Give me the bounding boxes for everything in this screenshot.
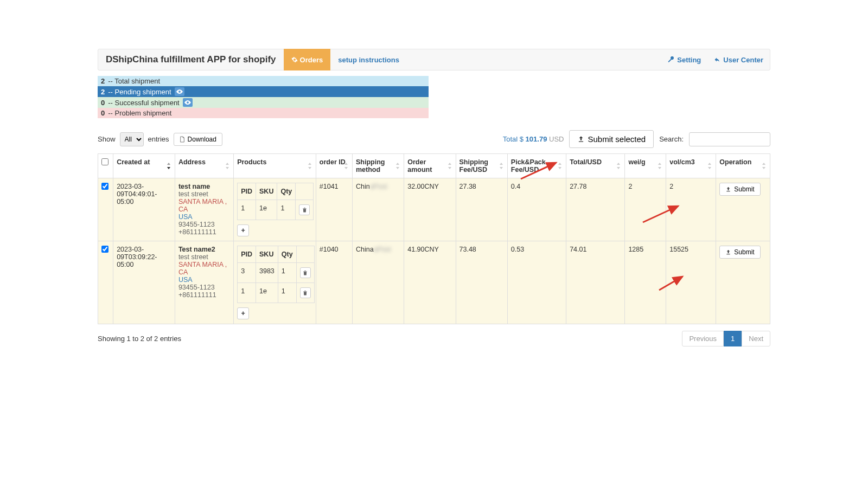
row-checkbox[interactable] [101, 183, 108, 190]
submit-row-button[interactable]: Submit [719, 246, 760, 259]
sort-icon [343, 163, 349, 169]
add-product-button[interactable]: + [237, 307, 249, 319]
cell-wei-g: 1285 [625, 241, 666, 324]
status-pending[interactable]: 2 -- Pending shipment [98, 86, 429, 97]
tab-setup[interactable]: setup instructions [330, 49, 407, 70]
download-button[interactable]: Download [174, 133, 222, 146]
select-all-checkbox[interactable] [101, 158, 108, 165]
page-prev[interactable]: Previous [682, 331, 724, 346]
cell-order-id: #1040 [316, 241, 352, 324]
entries-label: entries [148, 135, 169, 143]
col-order-id[interactable]: order ID [316, 154, 352, 178]
show-label: Show [98, 135, 116, 143]
cell-products: PIDSKUQty33983111e1+ [234, 241, 316, 324]
search-input[interactable] [689, 132, 770, 146]
status-problem: 0 -- Problem shipment [98, 108, 429, 118]
status-success[interactable]: 0 -- Successful shipment [98, 97, 429, 108]
cell-shipping-fee: 73.48 [456, 241, 507, 324]
add-product-button[interactable]: + [237, 224, 249, 236]
cell-vol-cm3: 2 [666, 178, 716, 241]
page-next[interactable]: Next [742, 331, 770, 346]
delete-product-button[interactable] [299, 204, 310, 215]
cell-address: Test name2test streetSANTA MARIA , CAUSA… [175, 241, 233, 324]
sort-icon [557, 163, 563, 169]
search-label: Search: [659, 135, 684, 143]
cell-vol-cm3: 15525 [666, 241, 716, 324]
tab-setup-label: setup instructions [338, 56, 399, 64]
pagination: Previous 1 Next [682, 331, 770, 346]
table-header-row: Created at Address Products order ID Shi… [98, 154, 770, 178]
reply-icon [714, 56, 720, 63]
tab-orders-label: Orders [300, 56, 323, 64]
link-user-center[interactable]: User Center [707, 56, 770, 64]
col-operation[interactable]: Operation [716, 154, 770, 178]
table-row: 2023-03-09T04:49:01-05:00test nametest s… [98, 178, 770, 241]
col-wei-g[interactable]: wei/g [625, 154, 666, 178]
cell-address: test nametest streetSANTA MARIA , CAUSA9… [175, 178, 233, 241]
sort-icon [499, 163, 504, 169]
cell-created-at: 2023-03-09T03:09:22-05:00 [113, 241, 175, 324]
cell-created-at: 2023-03-09T04:49:01-05:00 [113, 178, 175, 241]
product-row: 339831 [238, 263, 315, 283]
showing-info: Showing 1 to 2 of 2 entries [98, 335, 181, 343]
col-order-amount[interactable]: Order amount [404, 154, 456, 178]
col-shipping-fee[interactable]: Shipping Fee/USD [456, 154, 507, 178]
page-1[interactable]: 1 [724, 331, 742, 346]
cell-order-id: #1041 [316, 178, 352, 241]
gear-icon [291, 56, 298, 63]
col-address[interactable]: Address [175, 154, 233, 178]
toolbar: Show All entries Download Total $ 101.79… [98, 130, 770, 148]
sort-icon [707, 163, 712, 169]
topbar: DShipChina fulfillment APP for shopify O… [98, 49, 770, 70]
cell-total-usd: 27.78 [566, 178, 625, 241]
show-select[interactable]: All [120, 132, 144, 146]
table-footer: Showing 1 to 2 of 2 entries Previous 1 N… [98, 331, 770, 346]
product-row: 11e1 [238, 283, 315, 303]
cell-operation: Submit [716, 178, 770, 241]
submit-selected-button[interactable]: Submit selected [569, 130, 654, 148]
cell-pickpack-fee: 0.4 [507, 178, 566, 241]
sort-icon [657, 163, 662, 169]
sort-icon [447, 163, 452, 169]
col-products[interactable]: Products [234, 154, 316, 178]
upload-icon [577, 136, 585, 143]
table-row: 2023-03-09T03:09:22-05:00Test name2test … [98, 241, 770, 324]
row-checkbox[interactable] [101, 246, 108, 253]
cell-shipping-method: ChinaaPost [352, 241, 404, 324]
cell-order-amount: 41.90CNY [404, 241, 456, 324]
product-row: 11e1 [238, 200, 314, 220]
sort-icon [166, 163, 171, 169]
submit-row-button[interactable]: Submit [719, 183, 760, 196]
app-title: DShipChina fulfillment APP for shopify [98, 54, 284, 65]
eye-icon[interactable] [183, 98, 193, 107]
cell-pickpack-fee: 0.53 [507, 241, 566, 324]
sort-icon [395, 163, 400, 169]
total-line: Total $ 101.79 USD [503, 135, 564, 143]
cell-wei-g: 2 [625, 178, 666, 241]
col-pickpack-fee[interactable]: Pick&Pack Fee/USD [507, 154, 566, 178]
status-summary: 2 -- Total shipment 2 -- Pending shipmen… [98, 76, 429, 118]
col-created-at[interactable]: Created at [113, 154, 175, 178]
col-shipping-method[interactable]: Shipping method [352, 154, 404, 178]
status-total: 2 -- Total shipment [98, 76, 429, 86]
sort-icon [761, 163, 767, 169]
cell-shipping-method: ChinaPost [352, 178, 404, 241]
sort-icon [225, 163, 230, 169]
cell-products: PIDSKUQty11e1+ [234, 178, 316, 241]
cell-operation: Submit [716, 241, 770, 324]
col-checkbox [98, 154, 113, 178]
sort-icon [307, 163, 312, 169]
col-vol-cm3[interactable]: vol/cm3 [666, 154, 716, 178]
eye-icon[interactable] [175, 87, 184, 96]
wrench-icon [668, 56, 674, 63]
file-icon [180, 136, 185, 143]
products-subtable: PIDSKUQty11e1 [237, 183, 314, 220]
cell-shipping-fee: 27.38 [456, 178, 507, 241]
link-setting[interactable]: Setting [661, 56, 707, 64]
sort-icon [616, 163, 621, 169]
col-total-usd[interactable]: Total/USD [566, 154, 625, 178]
cell-order-amount: 32.00CNY [404, 178, 456, 241]
delete-product-button[interactable] [300, 287, 311, 298]
delete-product-button[interactable] [300, 267, 311, 278]
tab-orders[interactable]: Orders [284, 49, 331, 70]
